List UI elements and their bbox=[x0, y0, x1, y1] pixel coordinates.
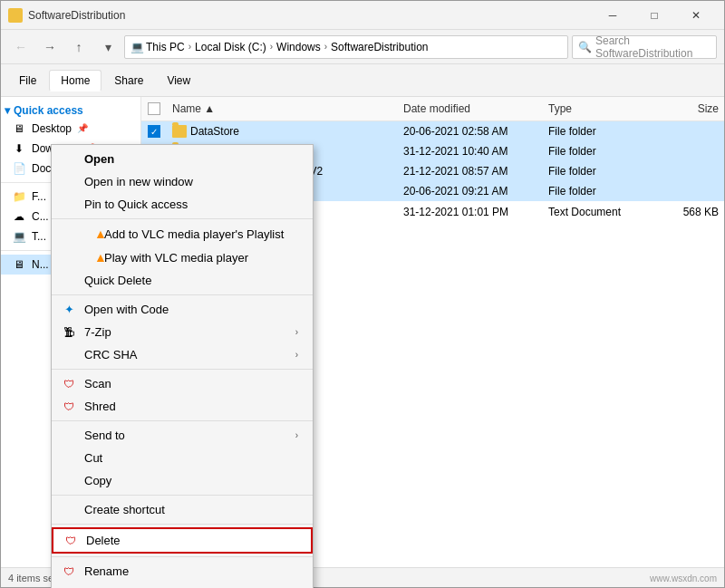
sort-arrow: ▲ bbox=[204, 102, 215, 115]
ctx-vlc-play[interactable]: Play with VLC media player bbox=[52, 246, 313, 269]
ctx-copy-label: Copy bbox=[84, 474, 111, 487]
breadcrumb-software-dist: SoftwareDistribution bbox=[331, 41, 428, 53]
ctx-divider-6 bbox=[52, 524, 313, 525]
row3-size bbox=[652, 169, 724, 173]
row1-type: File folder bbox=[543, 123, 652, 140]
maximize-button[interactable]: □ bbox=[633, 1, 675, 30]
tab-share[interactable]: Share bbox=[103, 71, 154, 91]
ctx-open[interactable]: Open bbox=[52, 148, 313, 170]
tab-view[interactable]: View bbox=[156, 71, 201, 91]
header-check bbox=[141, 102, 167, 115]
quick-access-label: Quick access bbox=[14, 104, 83, 117]
table-row[interactable]: DataStore 20-06-2021 02:58 AM File folde… bbox=[141, 121, 724, 141]
recent-button[interactable]: ▾ bbox=[95, 34, 121, 60]
ctx-scan[interactable]: Scan bbox=[52, 372, 313, 395]
search-placeholder: Search SoftwareDistribution bbox=[595, 34, 710, 60]
ctx-crc-sha[interactable]: CRC SHA › bbox=[52, 343, 313, 366]
tab-file[interactable]: File bbox=[8, 71, 47, 91]
sidebar-item-n-label: N... bbox=[32, 258, 49, 271]
row5-type: Text Document bbox=[543, 204, 652, 220]
breadcrumb-this-pc-icon: 💻 bbox=[130, 41, 144, 53]
ctx-crc-sha-label: CRC SHA bbox=[84, 348, 138, 361]
breadcrumb-this-pc: 💻 This PC bbox=[130, 41, 185, 53]
ctx-cut[interactable]: Cut bbox=[52, 447, 313, 469]
ctx-send-to[interactable]: Send to › bbox=[52, 424, 313, 447]
close-button[interactable]: ✕ bbox=[675, 1, 717, 30]
ctx-properties[interactable]: Properties bbox=[52, 583, 313, 588]
ctx-shred-label: Shred bbox=[84, 400, 116, 413]
back-button[interactable]: ← bbox=[8, 34, 34, 60]
forward-button[interactable]: → bbox=[37, 34, 63, 60]
up-button[interactable]: ↑ bbox=[66, 34, 92, 60]
ctx-vlc-playlist-label: Add to VLC media player's Playlist bbox=[104, 227, 284, 241]
ctx-vlc-playlist[interactable]: Add to VLC media player's Playlist bbox=[52, 222, 313, 246]
zip-icon bbox=[61, 324, 77, 341]
vlc-playlist-icon bbox=[93, 227, 108, 241]
ribbon: File Home Share View bbox=[1, 64, 724, 97]
desktop-icon: 🖥 bbox=[12, 121, 26, 136]
row3-type: File folder bbox=[543, 163, 652, 179]
ctx-7zip[interactable]: 7-Zip › bbox=[52, 321, 313, 343]
ctx-shred[interactable]: Shred bbox=[52, 395, 313, 418]
tab-home[interactable]: Home bbox=[49, 70, 102, 92]
ctx-cut-label: Cut bbox=[84, 451, 102, 465]
sidebar-item-c-label: C... bbox=[32, 210, 49, 223]
breadcrumb-sep-2: › bbox=[270, 42, 273, 52]
vlc-play-icon bbox=[93, 250, 108, 265]
ctx-send-to-label: Send to bbox=[84, 429, 125, 442]
ctx-divider-5 bbox=[52, 495, 313, 496]
titlebar-title: SoftwareDistribution bbox=[28, 9, 586, 22]
select-all-checkbox[interactable] bbox=[148, 102, 160, 115]
row4-type: File folder bbox=[543, 183, 652, 199]
folder-icon-1 bbox=[172, 125, 187, 138]
address-bar[interactable]: 💻 This PC › Local Disk (C:) › Windows › … bbox=[124, 35, 568, 59]
row5-date: 31-12-2021 01:01 PM bbox=[398, 204, 543, 220]
context-menu: Open Open in new window Pin to Quick acc… bbox=[51, 144, 314, 588]
row4-size bbox=[652, 189, 724, 193]
sidebar-item-desktop[interactable]: 🖥 Desktop 📌 bbox=[1, 119, 140, 139]
sidebar-item-t-label: T... bbox=[32, 230, 46, 243]
row4-date: 20-06-2021 09:21 AM bbox=[398, 183, 543, 199]
ctx-scan-label: Scan bbox=[84, 377, 111, 390]
ctx-rename[interactable]: Rename bbox=[52, 560, 313, 583]
f-icon: 📁 bbox=[12, 189, 26, 204]
breadcrumb-sep-3: › bbox=[324, 42, 327, 52]
search-icon: 🔍 bbox=[578, 41, 592, 53]
row2-size bbox=[652, 149, 724, 153]
minimize-button[interactable]: ─ bbox=[592, 1, 633, 30]
titlebar: SoftwareDistribution ─ □ ✕ bbox=[1, 1, 724, 30]
ctx-open-code[interactable]: Open with Code bbox=[52, 298, 313, 321]
ctx-delete[interactable]: Delete bbox=[52, 527, 313, 554]
ctx-vlc-play-label: Play with VLC media player bbox=[104, 251, 248, 265]
vscode-icon bbox=[61, 302, 77, 318]
header-size[interactable]: Size bbox=[652, 101, 724, 117]
quick-access-chevron: ▾ bbox=[5, 104, 10, 117]
c-icon: ☁ bbox=[12, 209, 26, 224]
ctx-open-label: Open bbox=[84, 152, 114, 166]
ctx-open-new-window-label: Open in new window bbox=[84, 175, 193, 188]
search-bar[interactable]: 🔍 Search SoftwareDistribution bbox=[572, 35, 717, 59]
row1-name: DataStore bbox=[167, 123, 398, 140]
header-name[interactable]: Name ▲ bbox=[167, 101, 398, 117]
ctx-create-shortcut[interactable]: Create shortcut bbox=[52, 498, 313, 521]
n-icon: 🖥 bbox=[12, 257, 26, 272]
quick-access-section[interactable]: ▾ Quick access bbox=[1, 101, 140, 119]
ctx-quick-delete[interactable]: Quick Delete bbox=[52, 269, 313, 292]
breadcrumb-local-disk: Local Disk (C:) bbox=[195, 41, 266, 53]
row2-date: 31-12-2021 10:40 AM bbox=[398, 143, 543, 159]
ctx-rename-label: Rename bbox=[84, 564, 129, 578]
row1-checkbox[interactable] bbox=[148, 125, 160, 138]
ctx-open-new-window[interactable]: Open in new window bbox=[52, 170, 313, 193]
header-date[interactable]: Date modified bbox=[398, 101, 543, 117]
header-type[interactable]: Type bbox=[543, 101, 652, 117]
titlebar-folder-icon bbox=[8, 8, 23, 23]
ctx-send-to-arrow: › bbox=[295, 430, 298, 440]
ctx-divider-3 bbox=[52, 369, 313, 370]
ctx-7zip-label: 7-Zip bbox=[84, 325, 111, 339]
ctx-pin-quick[interactable]: Pin to Quick access bbox=[52, 193, 313, 216]
ctx-copy[interactable]: Copy bbox=[52, 469, 313, 492]
file-list-header: Name ▲ Date modified Type Size bbox=[141, 97, 724, 121]
rename-shield-icon bbox=[61, 564, 77, 580]
sidebar-item-desktop-label: Desktop bbox=[32, 122, 72, 135]
breadcrumb-sep-1: › bbox=[188, 42, 191, 52]
